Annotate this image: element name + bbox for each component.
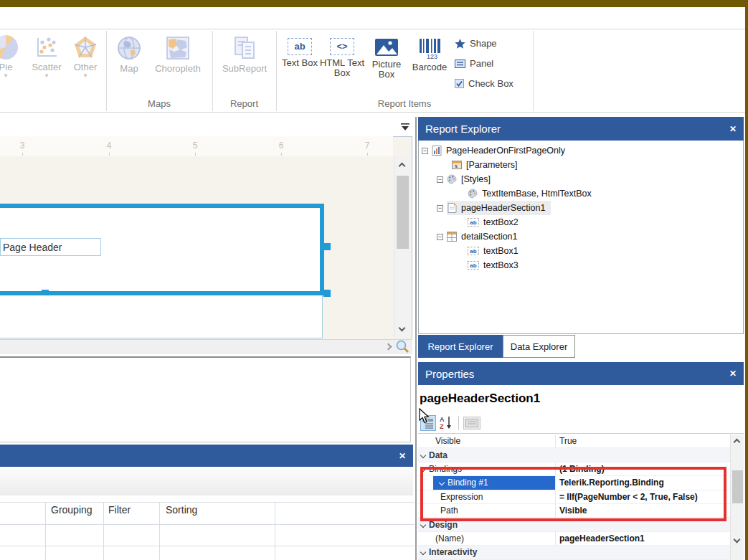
svg-text:123: 123	[427, 53, 437, 60]
close-icon[interactable]: ✕	[729, 369, 737, 379]
barcode-icon: 123	[417, 38, 442, 60]
close-icon[interactable]: ✕	[399, 451, 406, 461]
column-header-filter[interactable]: Filter	[108, 504, 131, 516]
design-filter-button[interactable]	[400, 122, 412, 132]
report-icon	[432, 146, 442, 156]
pie-chart-label: Pie	[0, 62, 12, 72]
grid-line	[0, 546, 415, 546]
category-row-data[interactable]: Data	[418, 448, 730, 462]
close-icon[interactable]: ✕	[729, 124, 737, 134]
scroll-down-icon[interactable]	[734, 536, 741, 544]
page-header-textbox[interactable]: Page Header	[0, 238, 101, 256]
design-vertical-scrollbar[interactable]	[394, 156, 410, 338]
detail-section[interactable]	[0, 295, 323, 338]
scrollbar-thumb[interactable]	[732, 470, 743, 503]
property-pages-button[interactable]	[463, 417, 480, 430]
tab-label: Report Explorer	[427, 341, 493, 352]
resize-handle-corner[interactable]	[323, 290, 331, 297]
grid-line	[45, 502, 46, 560]
tree-node-detail-section[interactable]: − detailSection1	[437, 229, 518, 244]
binding-annotation-box	[420, 467, 726, 521]
category-row-interactivity[interactable]: Interactivity	[418, 546, 730, 559]
parameters-icon: x	[452, 160, 462, 170]
tab-data-explorer[interactable]: Data Explorer	[503, 335, 575, 358]
resize-handle-right[interactable]	[323, 243, 331, 250]
collapse-icon[interactable]: −	[437, 176, 443, 183]
column-header-grouping[interactable]: Grouping	[51, 504, 93, 516]
report-explorer-titlebar: Report Explorer ✕	[418, 117, 744, 141]
property-row-name[interactable]: (Name) pageHeaderSection1	[418, 532, 730, 546]
other-chart-button[interactable]: Other ▾	[67, 35, 103, 78]
collapse-icon[interactable]: −	[437, 234, 443, 240]
property-value[interactable]: pageHeaderSection1	[555, 532, 645, 545]
collapse-icon[interactable]: −	[437, 205, 443, 212]
tree-node-page-header-section[interactable]: − pageHeaderSection1	[437, 201, 551, 215]
svg-text:A: A	[440, 416, 445, 423]
subreport-button[interactable]: SubReport	[215, 35, 274, 74]
scroll-right-icon[interactable]	[385, 343, 392, 351]
other-dropdown-arrow: ▾	[67, 72, 103, 78]
tab-report-explorer[interactable]: Report Explorer	[418, 335, 503, 358]
tree-node-styles[interactable]: − [Styles]	[437, 172, 491, 186]
textbox-icon: ab	[468, 261, 479, 270]
grid-line	[159, 502, 160, 560]
tree-node-root[interactable]: − PageHeaderOnFirstPageOnly	[422, 143, 565, 158]
tree-node-textbox2[interactable]: ab textBox2	[468, 215, 519, 229]
tree-node-textbox3[interactable]: ab textBox3	[468, 258, 519, 272]
scrollbar-thumb[interactable]	[397, 176, 409, 249]
pie-chart-icon	[0, 35, 18, 60]
chevron-down-icon[interactable]	[420, 452, 426, 457]
text-box-button[interactable]: ab Text Box	[282, 38, 318, 68]
tree-node-textbox1[interactable]: ab textBox1	[468, 244, 519, 258]
collapse-icon[interactable]: −	[422, 148, 428, 154]
other-chart-icon	[73, 35, 98, 60]
check-box-icon	[455, 79, 464, 88]
panel-splitter[interactable]	[415, 117, 417, 560]
ruler-tick-label: 3	[15, 141, 29, 151]
pie-chart-button[interactable]: Pie ▾	[0, 35, 23, 78]
styles-palette-icon	[468, 189, 478, 199]
alphabetical-sort-button[interactable]: A Z	[439, 415, 455, 431]
tree-node-label: textBox3	[483, 260, 519, 270]
chevron-down-icon[interactable]	[420, 521, 426, 527]
tree-node-parameters[interactable]: x [Parameters]	[452, 158, 518, 172]
scroll-down-icon[interactable]	[399, 325, 406, 332]
ruler-tick-label: 6	[274, 141, 288, 151]
other-chart-label: Other	[74, 62, 98, 72]
filter-dropdown-icon	[400, 123, 410, 132]
property-row-visible[interactable]: Visible True	[418, 435, 730, 448]
design-horizontal-scrollbar[interactable]	[0, 339, 412, 354]
tree-node-label: [Styles]	[461, 174, 491, 184]
check-box-label: Check Box	[468, 78, 513, 89]
report-group-label: Report	[212, 98, 276, 109]
choropleth-button[interactable]: Choropleth	[147, 35, 209, 74]
picture-box-button[interactable]: Picture Box	[366, 38, 407, 80]
styles-palette-icon	[447, 174, 457, 184]
barcode-label: Barcode	[412, 62, 447, 72]
scroll-up-icon[interactable]	[399, 163, 406, 170]
barcode-button[interactable]: 123 Barcode	[407, 38, 452, 72]
ruler-tick-label: 5	[188, 141, 202, 151]
selected-object-name: pageHeaderSection1	[420, 391, 540, 406]
column-header-sorting[interactable]: Sorting	[166, 504, 197, 516]
zoom-magnifier-icon[interactable]	[395, 339, 409, 353]
window-top-bar	[0, 0, 748, 7]
scatter-chart-button[interactable]: Scatter ▾	[27, 35, 66, 78]
ruler-tick	[22, 153, 23, 156]
picture-box-label: Picture Box	[372, 59, 401, 80]
text-box-label: Text Box	[282, 57, 318, 68]
svg-text:x: x	[455, 163, 458, 169]
shape-button[interactable]: Shape	[455, 38, 497, 49]
scroll-up-icon[interactable]	[734, 439, 741, 446]
map-icon	[116, 35, 142, 61]
grid-line	[275, 502, 275, 560]
map-button[interactable]: Map	[113, 35, 146, 74]
chevron-down-icon[interactable]	[420, 549, 426, 555]
html-text-box-button[interactable]: <> HTML Text Box	[318, 38, 366, 78]
group-panel-titlebar: ✕	[0, 445, 413, 467]
check-box-button[interactable]: Check Box	[455, 78, 513, 89]
panel-button[interactable]: Panel	[455, 58, 493, 69]
property-value[interactable]: True	[555, 435, 577, 447]
properties-scrollbar[interactable]	[730, 435, 744, 560]
tree-node-style-rule[interactable]: TextItemBase, HtmlTextBox	[468, 186, 592, 201]
